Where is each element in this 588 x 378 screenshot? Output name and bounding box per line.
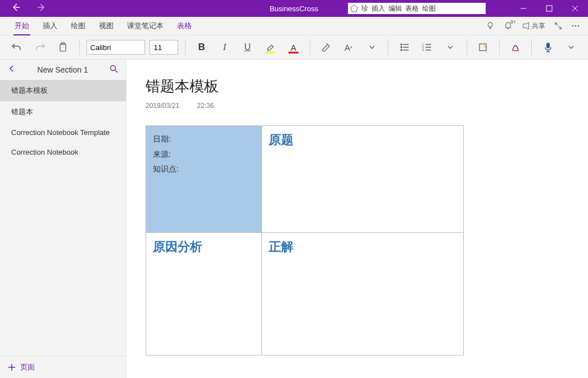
page-item[interactable]: 错题本模板 <box>0 80 126 101</box>
notification-count: 9+ <box>510 19 516 25</box>
svg-point-7 <box>575 25 576 26</box>
bullet-list-button[interactable] <box>395 38 414 57</box>
page-item[interactable]: Correction Notebook <box>0 142 126 162</box>
table-cell-correct[interactable]: 正解 <box>262 233 464 356</box>
section-title: New Section 1 <box>37 65 88 74</box>
underline-button[interactable]: U <box>238 38 257 57</box>
svg-point-13 <box>401 47 402 48</box>
search-icon[interactable] <box>110 65 118 75</box>
svg-marker-0 <box>351 5 358 12</box>
font-color-button[interactable]: A <box>284 38 303 57</box>
font-name-input[interactable]: Calibri <box>87 40 146 55</box>
minimize-button[interactable] <box>510 0 536 17</box>
add-page-button[interactable]: 页面 <box>0 356 126 378</box>
page-item[interactable]: 错题本 <box>0 101 126 123</box>
clear-formatting-button[interactable] <box>317 38 336 57</box>
undo-button[interactable] <box>8 38 26 57</box>
bold-button[interactable]: B <box>192 38 211 57</box>
fullscreen-button[interactable] <box>554 22 562 30</box>
chevron-down-icon[interactable] <box>441 38 460 57</box>
svg-point-5 <box>488 22 492 27</box>
page-item[interactable]: Correction Notebook Template <box>0 123 126 142</box>
tab-table[interactable]: 表格 <box>170 17 198 35</box>
tab-classnotebook[interactable]: 课堂笔记本 <box>120 17 170 35</box>
svg-rect-2 <box>546 6 552 11</box>
close-button[interactable] <box>562 0 588 17</box>
section-back-button[interactable] <box>8 65 16 75</box>
page-meta: 2019/03/21 22:36 <box>146 102 569 110</box>
chevron-down-icon[interactable] <box>363 38 381 57</box>
more-button[interactable] <box>571 21 580 30</box>
tag-button[interactable] <box>474 38 492 57</box>
maximize-button[interactable] <box>536 0 562 17</box>
plus-icon <box>8 363 16 371</box>
page-title[interactable]: 错题本模板 <box>146 76 569 96</box>
svg-rect-9 <box>60 44 66 51</box>
search-icon-label: 珍 <box>361 4 368 14</box>
svg-rect-24 <box>546 43 550 48</box>
format-painter-button[interactable]: A <box>340 38 358 57</box>
chevron-down-icon[interactable] <box>562 38 580 57</box>
svg-point-8 <box>578 25 579 26</box>
notifications-button[interactable]: 9+ <box>504 21 513 30</box>
page-time: 22:36 <box>197 102 214 110</box>
window-title: BusinessCross <box>270 4 319 13</box>
tab-home[interactable]: 开始 <box>8 17 36 35</box>
clipboard-button[interactable] <box>54 38 73 57</box>
svg-point-15 <box>401 50 402 51</box>
svg-text:3: 3 <box>422 48 424 52</box>
svg-point-6 <box>572 25 573 26</box>
font-size-input[interactable]: 11 <box>150 40 178 55</box>
highlight-button[interactable] <box>261 38 280 57</box>
italic-button[interactable]: I <box>215 38 234 57</box>
page-date: 2019/03/21 <box>146 102 179 110</box>
tab-view[interactable]: 视图 <box>92 17 120 35</box>
numbered-list-button[interactable]: 123 <box>418 38 437 57</box>
svg-line-26 <box>115 70 117 73</box>
forward-button[interactable] <box>37 3 46 14</box>
table-cell-cause[interactable]: 原因分析 <box>146 233 262 356</box>
redo-button[interactable] <box>31 38 49 57</box>
note-table[interactable]: 日期: 来源: 知识点: 原题 原因分析 正解 <box>146 125 464 356</box>
table-cell-meta[interactable]: 日期: 来源: 知识点: <box>146 126 262 233</box>
dictate-button[interactable] <box>539 38 557 57</box>
table-cell-original[interactable]: 原题 <box>262 126 464 233</box>
share-button[interactable]: 共享 <box>522 21 545 31</box>
tab-draw[interactable]: 绘图 <box>64 17 92 35</box>
back-button[interactable] <box>11 3 20 14</box>
tab-insert[interactable]: 插入 <box>36 17 64 35</box>
tell-me-search[interactable]: 珍 插入 编辑 表格 绘图 <box>348 3 486 14</box>
lightbulb-icon[interactable] <box>486 21 495 30</box>
svg-point-25 <box>111 65 116 70</box>
ink-button[interactable] <box>506 38 525 57</box>
svg-point-11 <box>401 44 402 45</box>
